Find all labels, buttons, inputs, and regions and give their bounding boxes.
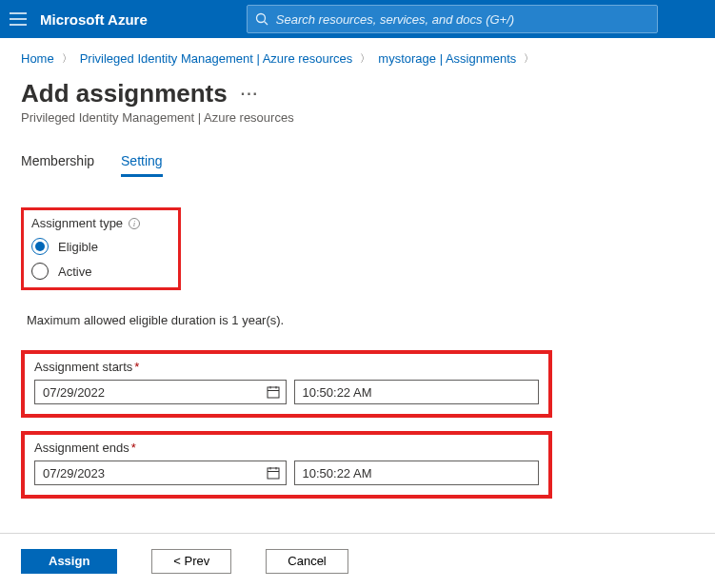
- radio-icon: [31, 263, 49, 280]
- assignment-type-label-text: Assignment type: [31, 216, 123, 230]
- ends-time-value: 10:50:22 AM: [303, 466, 372, 480]
- more-actions-icon[interactable]: ···: [241, 86, 259, 103]
- info-icon[interactable]: i: [129, 218, 140, 229]
- assign-button[interactable]: Assign: [21, 549, 117, 574]
- assignment-starts-label: Assignment starts*: [34, 360, 539, 374]
- radio-eligible[interactable]: Eligible: [31, 238, 170, 255]
- chevron-right-icon: 〉: [360, 51, 370, 66]
- radio-label: Eligible: [58, 240, 98, 254]
- cancel-button[interactable]: Cancel: [266, 549, 348, 574]
- starts-date-value: 07/29/2022: [43, 385, 105, 400]
- page-title-text: Add assignments: [21, 79, 228, 108]
- ends-date-value: 07/29/2023: [43, 466, 105, 480]
- footer-bar: Assign < Prev Cancel: [0, 533, 715, 588]
- assignment-starts-highlight: Assignment starts* 07/29/2022 10:50:22 A…: [21, 350, 552, 418]
- breadcrumb: Home 〉 Privileged Identity Management | …: [21, 51, 694, 66]
- page-content: Home 〉 Privileged Identity Management | …: [0, 38, 715, 533]
- chevron-right-icon: 〉: [524, 51, 534, 66]
- prev-button[interactable]: < Prev: [151, 549, 231, 574]
- svg-rect-2: [268, 387, 279, 398]
- ends-date-input[interactable]: 07/29/2023: [34, 461, 287, 485]
- assignment-type-label: Assignment type i: [31, 216, 170, 230]
- tabs: Membership Setting: [21, 153, 694, 177]
- starts-date-input[interactable]: 07/29/2022: [34, 380, 287, 404]
- assignment-ends-label: Assignment ends*: [34, 441, 539, 455]
- tab-setting[interactable]: Setting: [121, 153, 163, 177]
- duration-note: Maximum allowed eligible duration is 1 y…: [27, 313, 694, 327]
- chevron-right-icon: 〉: [62, 51, 72, 66]
- search-box[interactable]: [247, 5, 658, 33]
- tab-membership[interactable]: Membership: [21, 153, 94, 177]
- svg-point-0: [256, 14, 265, 23]
- calendar-icon[interactable]: [267, 466, 280, 480]
- radio-active[interactable]: Active: [31, 263, 170, 280]
- radio-label: Active: [58, 265, 91, 279]
- breadcrumb-item[interactable]: mystorage | Assignments: [378, 51, 516, 66]
- page-title: Add assignments ···: [21, 79, 694, 108]
- starts-time-input[interactable]: 10:50:22 AM: [294, 380, 540, 404]
- breadcrumb-item[interactable]: Home: [21, 51, 54, 66]
- top-bar: Microsoft Azure: [0, 0, 715, 38]
- radio-icon: [31, 238, 49, 255]
- svg-line-1: [264, 22, 268, 26]
- breadcrumb-item[interactable]: Privileged Identity Management | Azure r…: [80, 51, 353, 66]
- assignment-type-highlight: Assignment type i Eligible Active: [21, 207, 181, 290]
- starts-time-value: 10:50:22 AM: [303, 385, 372, 400]
- calendar-icon[interactable]: [267, 385, 280, 399]
- brand-label: Microsoft Azure: [40, 11, 148, 28]
- ends-time-input[interactable]: 10:50:22 AM: [294, 461, 540, 485]
- search-icon: [255, 12, 268, 26]
- search-input[interactable]: [276, 12, 649, 27]
- page-subtitle: Privileged Identity Management | Azure r…: [21, 110, 694, 125]
- assignment-ends-highlight: Assignment ends* 07/29/2023 10:50:22 AM: [21, 431, 552, 499]
- svg-rect-6: [268, 468, 279, 479]
- hamburger-icon[interactable]: [10, 12, 27, 26]
